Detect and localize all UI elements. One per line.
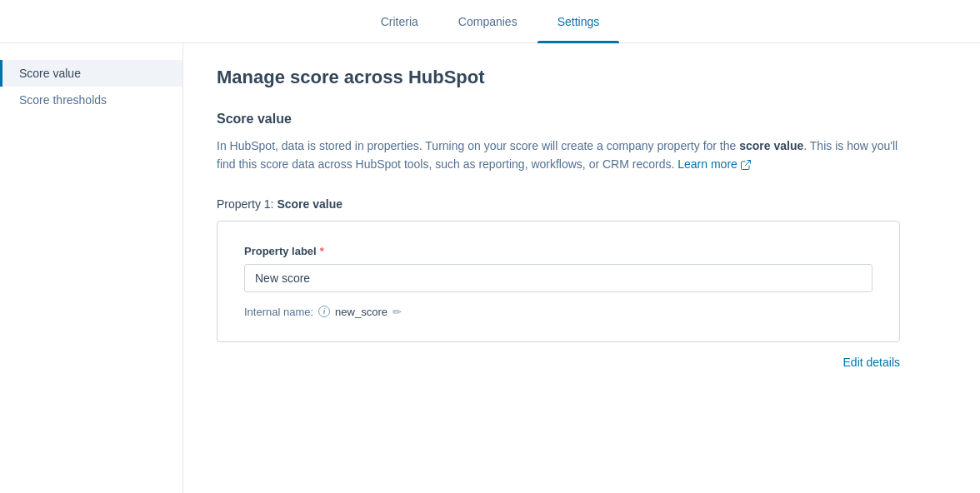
section-title: Score value xyxy=(217,112,900,127)
tab-settings[interactable]: Settings xyxy=(538,0,620,42)
description-text: In HubSpot, data is stored in properties… xyxy=(217,137,900,174)
edit-details-row: Edit details xyxy=(217,356,900,369)
info-icon[interactable]: i xyxy=(318,306,330,317)
description-part1: In HubSpot, data is stored in properties… xyxy=(217,139,739,152)
sidebar-item-score-thresholds[interactable]: Score thresholds xyxy=(0,87,182,113)
description-bold: score value xyxy=(739,139,803,152)
learn-more-link[interactable]: Learn more xyxy=(678,155,751,173)
sidebar-item-score-value[interactable]: Score value xyxy=(0,60,182,87)
tab-criteria[interactable]: Criteria xyxy=(361,0,438,42)
main-content: Manage score across HubSpot Score value … xyxy=(183,43,933,493)
internal-name-label: Internal name: xyxy=(244,306,313,318)
sidebar: Score value Score thresholds xyxy=(0,43,183,493)
tab-companies[interactable]: Companies xyxy=(438,0,538,42)
external-link-icon xyxy=(741,160,751,170)
top-navigation: Criteria Companies Settings xyxy=(0,0,980,43)
property-label-field-label: Property label * xyxy=(244,245,872,257)
required-star: * xyxy=(320,245,324,257)
page-layout: Score value Score thresholds Manage scor… xyxy=(0,43,980,493)
property-card: Property label * Internal name: i new_sc… xyxy=(217,221,900,342)
internal-name-value: new_score xyxy=(335,306,388,318)
edit-pencil-icon[interactable]: ✏ xyxy=(392,306,402,318)
property-heading: Property 1: Score value xyxy=(217,197,900,211)
internal-name-row: Internal name: i new_score ✏ xyxy=(244,306,872,318)
page-title: Manage score across HubSpot xyxy=(217,67,900,88)
property-label-input[interactable] xyxy=(244,264,872,292)
property-label-row: Property label * xyxy=(244,245,872,292)
edit-details-link[interactable]: Edit details xyxy=(843,356,900,369)
